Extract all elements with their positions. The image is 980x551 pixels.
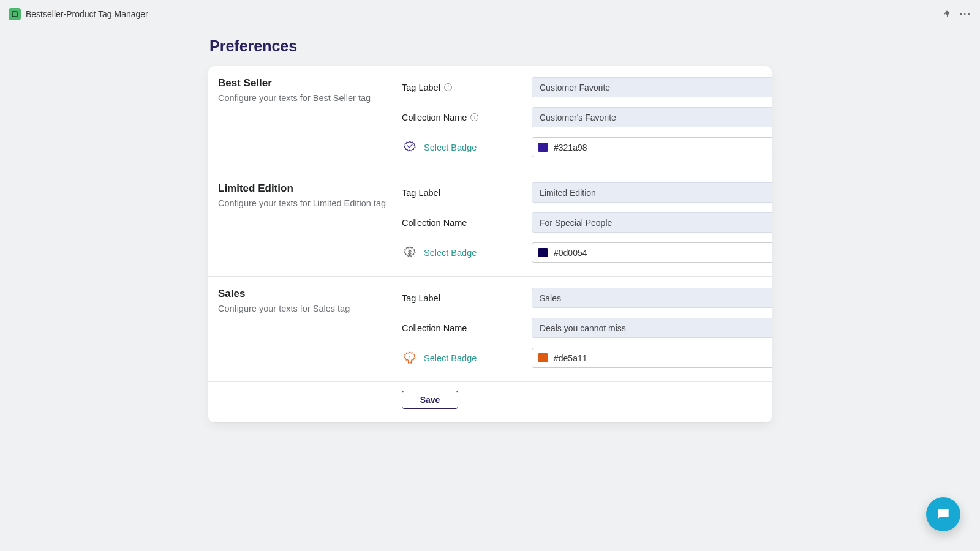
section-title: Limited Edition bbox=[218, 182, 387, 195]
tag-label-input[interactable] bbox=[532, 182, 772, 203]
section-right: Tag Label Collection Name bbox=[402, 182, 772, 263]
row-tag-label: Tag Label bbox=[402, 288, 772, 308]
select-badge-link[interactable]: Select Badge bbox=[424, 248, 477, 258]
label-text: Tag Label bbox=[402, 83, 440, 92]
field-label: Collection Name bbox=[402, 323, 524, 333]
label-text: Collection Name bbox=[402, 323, 467, 333]
info-icon[interactable]: i bbox=[470, 113, 478, 121]
collection-name-input[interactable] bbox=[532, 212, 772, 233]
badge-col: Select Badge bbox=[402, 140, 524, 156]
field-label: Tag Label bbox=[402, 293, 524, 303]
more-icon[interactable]: ··· bbox=[960, 9, 971, 20]
section-right: Tag Label Collection Name bbox=[402, 288, 772, 368]
topbar: Bestseller-Product Tag Manager ··· bbox=[0, 0, 980, 28]
section-limited-edition: Limited Edition Configure your texts for… bbox=[208, 171, 772, 277]
label-text: Collection Name bbox=[402, 218, 467, 228]
section-title: Sales bbox=[218, 288, 387, 300]
field-label: Tag Label bbox=[402, 188, 524, 198]
app-title: Bestseller-Product Tag Manager bbox=[26, 9, 148, 19]
collection-name-input[interactable] bbox=[532, 107, 772, 127]
section-left: Limited Edition Configure your texts for… bbox=[218, 182, 402, 263]
topbar-left: Bestseller-Product Tag Manager bbox=[9, 8, 148, 20]
section-left: Sales Configure your texts for Sales tag bbox=[218, 288, 402, 368]
save-button[interactable]: Save bbox=[402, 391, 458, 409]
field-label: Collection Name bbox=[402, 218, 524, 228]
preferences-card: Best Seller Configure your texts for Bes… bbox=[208, 66, 772, 422]
row-collection-name: Collection Name bbox=[402, 318, 772, 338]
row-tag-label: Tag Label bbox=[402, 182, 772, 203]
row-badge: Select Badge #0d0054 bbox=[402, 242, 772, 263]
info-icon[interactable]: i bbox=[444, 83, 452, 91]
color-input[interactable]: #321a98 bbox=[532, 137, 772, 157]
color-swatch bbox=[538, 353, 548, 362]
badge-col: 1 Select Badge bbox=[402, 350, 524, 366]
color-swatch bbox=[538, 248, 548, 257]
svg-rect-0 bbox=[12, 12, 17, 17]
row-badge: Select Badge #321a98 bbox=[402, 137, 772, 157]
section-right: Tag Label i Collection Name i bbox=[402, 77, 772, 157]
collection-name-input[interactable] bbox=[532, 318, 772, 338]
ribbon-icon bbox=[402, 140, 418, 156]
row-tag-label: Tag Label i bbox=[402, 77, 772, 97]
color-hex: #de5a11 bbox=[554, 353, 587, 363]
tag-label-input[interactable] bbox=[532, 288, 772, 308]
tag-label-input[interactable] bbox=[532, 77, 772, 97]
row-collection-name: Collection Name bbox=[402, 212, 772, 233]
section-subtitle: Configure your texts for Sales tag bbox=[218, 304, 387, 313]
pin-icon[interactable] bbox=[943, 10, 951, 18]
row-collection-name: Collection Name i bbox=[402, 107, 772, 127]
page-title: Preferences bbox=[209, 37, 772, 55]
chat-icon bbox=[935, 506, 951, 522]
color-input[interactable]: #0d0054 bbox=[532, 242, 772, 263]
label-text: Tag Label bbox=[402, 293, 440, 303]
select-badge-link[interactable]: Select Badge bbox=[424, 143, 477, 152]
award-icon: 1 bbox=[402, 350, 418, 366]
label-text: Collection Name bbox=[402, 113, 467, 122]
content: Preferences Best Seller Configure your t… bbox=[208, 37, 772, 551]
section-best-seller: Best Seller Configure your texts for Bes… bbox=[208, 66, 772, 171]
color-hex: #0d0054 bbox=[554, 248, 587, 258]
color-hex: #321a98 bbox=[554, 143, 587, 152]
save-row: Save bbox=[208, 382, 772, 422]
topbar-right: ··· bbox=[943, 9, 971, 20]
section-subtitle: Configure your texts for Best Seller tag bbox=[218, 93, 387, 103]
section-sales: Sales Configure your texts for Sales tag… bbox=[208, 277, 772, 382]
select-badge-link[interactable]: Select Badge bbox=[424, 353, 477, 363]
color-swatch bbox=[538, 143, 548, 152]
badge-col: Select Badge bbox=[402, 245, 524, 261]
chat-fab[interactable] bbox=[926, 497, 960, 531]
page: Preferences Best Seller Configure your t… bbox=[0, 28, 980, 551]
field-label: Collection Name i bbox=[402, 113, 524, 122]
field-label: Tag Label i bbox=[402, 83, 524, 92]
app-icon bbox=[9, 8, 21, 20]
section-left: Best Seller Configure your texts for Bes… bbox=[218, 77, 402, 157]
row-badge: 1 Select Badge #de5a11 bbox=[402, 348, 772, 368]
dollar-seal-icon bbox=[402, 245, 418, 261]
section-title: Best Seller bbox=[218, 77, 387, 89]
label-text: Tag Label bbox=[402, 188, 440, 198]
section-subtitle: Configure your texts for Limited Edition… bbox=[218, 198, 387, 208]
svg-text:1: 1 bbox=[409, 354, 411, 360]
color-input[interactable]: #de5a11 bbox=[532, 348, 772, 368]
